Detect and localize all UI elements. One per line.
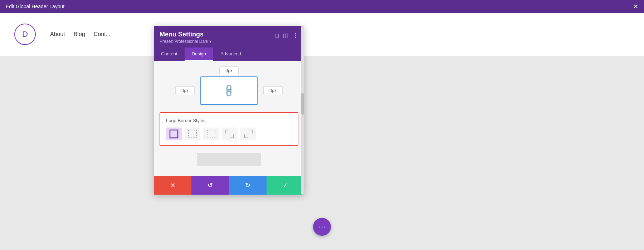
redo-icon: ↻ bbox=[245, 181, 250, 189]
nav-blog[interactable]: Blog bbox=[74, 31, 85, 38]
padding-top-input[interactable] bbox=[219, 66, 239, 75]
svg-rect-1 bbox=[189, 130, 196, 138]
close-button[interactable]: ✕ bbox=[633, 3, 638, 10]
logo-letter: D bbox=[22, 30, 28, 39]
tab-design[interactable]: Design bbox=[185, 48, 213, 61]
tab-advanced[interactable]: Advanced bbox=[213, 48, 248, 61]
preview-strip bbox=[160, 149, 298, 170]
border-style-solid[interactable] bbox=[166, 128, 182, 140]
panel-header-icons: □ ◫ ⋮ bbox=[275, 32, 298, 39]
cancel-icon: ✕ bbox=[170, 181, 175, 189]
link-icon: 🔗 bbox=[221, 83, 236, 98]
border-style-dashed1[interactable] bbox=[185, 128, 200, 140]
padding-top-row bbox=[160, 66, 298, 75]
link-icon-box: 🔗 bbox=[200, 76, 258, 105]
menu-settings-panel: Menu Settings Preset: Professional Dark … bbox=[154, 26, 304, 195]
border-style-options bbox=[166, 128, 292, 140]
scroll-area: 🔗 Logo Border Styles bbox=[154, 61, 304, 176]
top-bar: Edit Global Header Layout ✕ bbox=[0, 0, 644, 13]
logo-border-section: Logo Border Styles bbox=[160, 112, 298, 146]
header-preview: D About Blog Cont... bbox=[0, 13, 644, 56]
more-icon[interactable]: ⋮ bbox=[293, 32, 298, 39]
nav-about[interactable]: About bbox=[50, 31, 65, 38]
svg-rect-2 bbox=[207, 130, 215, 138]
undo-icon: ↺ bbox=[208, 181, 213, 189]
panel-body: 🔗 Logo Border Styles bbox=[154, 61, 304, 195]
undo-button[interactable]: ↺ bbox=[191, 176, 229, 195]
panel-header: Menu Settings Preset: Professional Dark … bbox=[154, 26, 304, 48]
border-style-corner2[interactable] bbox=[240, 128, 256, 140]
svg-rect-0 bbox=[170, 130, 178, 138]
main-area: ··· Menu Settings Preset: Professional D… bbox=[0, 56, 644, 250]
save-icon: ✓ bbox=[283, 181, 288, 189]
panel-preset[interactable]: Preset: Professional Dark ▾ bbox=[160, 39, 211, 44]
padding-side-row: 🔗 bbox=[160, 76, 298, 105]
padding-right-input[interactable] bbox=[263, 86, 283, 95]
padding-left-input[interactable] bbox=[175, 86, 195, 95]
preview-bar bbox=[197, 153, 261, 166]
columns-icon[interactable]: ◫ bbox=[283, 32, 288, 39]
border-style-corner1[interactable] bbox=[222, 128, 238, 140]
nav-contact[interactable]: Cont... bbox=[94, 31, 111, 38]
panel-title: Menu Settings bbox=[160, 31, 211, 38]
nav-items: About Blog Cont... bbox=[50, 31, 111, 38]
panel-tabs: Content Design Advanced bbox=[154, 48, 304, 61]
logo-circle: D bbox=[14, 24, 36, 45]
top-bar-title: Edit Global Header Layout bbox=[6, 4, 64, 9]
redo-button[interactable]: ↻ bbox=[229, 176, 267, 195]
fab-icon: ··· bbox=[319, 222, 325, 231]
grid-icon[interactable]: □ bbox=[275, 32, 279, 39]
logo-border-label: Logo Border Styles bbox=[166, 118, 292, 123]
panel-title-block: Menu Settings Preset: Professional Dark … bbox=[160, 31, 211, 44]
fab-button[interactable]: ··· bbox=[313, 218, 331, 236]
scrollbar-thumb[interactable] bbox=[301, 93, 304, 115]
cancel-button[interactable]: ✕ bbox=[154, 176, 191, 195]
scrollbar[interactable] bbox=[301, 26, 304, 195]
border-style-dotted[interactable] bbox=[203, 128, 219, 140]
tab-content[interactable]: Content bbox=[154, 48, 185, 61]
action-bar: ✕ ↺ ↻ ✓ bbox=[154, 176, 304, 195]
save-button[interactable]: ✓ bbox=[267, 176, 304, 195]
